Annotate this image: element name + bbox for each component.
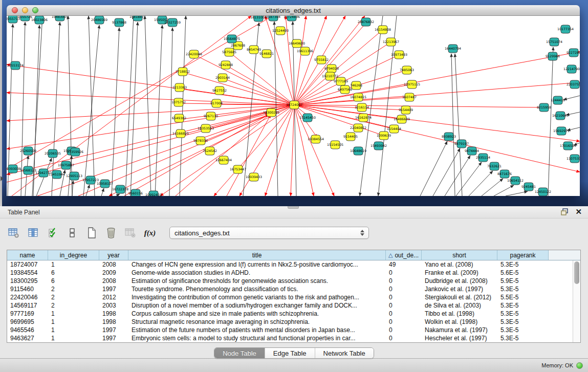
close-panel-icon[interactable]: ✕ — [575, 208, 582, 216]
graph-edge[interactable] — [227, 66, 294, 105]
panel-collapse-arrow-icon[interactable] — [1, 176, 4, 181]
graph-edge[interactable] — [456, 162, 482, 196]
graph-edge[interactable] — [294, 105, 544, 107]
graph-node[interactable]: 15692971 — [553, 127, 570, 135]
graph-node[interactable]: 1607487 — [402, 93, 417, 101]
graph-node[interactable]: 8938923 — [442, 133, 456, 141]
column-header-short[interactable]: short — [422, 250, 497, 260]
graph-edge[interactable] — [214, 105, 294, 196]
graph-node[interactable]: 12905113 — [66, 172, 82, 180]
graph-edge[interactable] — [548, 47, 553, 196]
select-rows-icon[interactable] — [47, 226, 59, 239]
graph-node[interactable]: 2903144 — [215, 74, 230, 82]
graph-node[interactable]: 2718812 — [176, 68, 190, 76]
graph-node[interactable]: 17016504 — [560, 142, 576, 150]
graph-node[interactable]: 15154505 — [327, 141, 343, 149]
graph-node[interactable]: 19611396 — [297, 47, 313, 55]
graph-edge[interactable] — [224, 79, 294, 105]
graph-edge[interactable] — [455, 54, 462, 196]
graph-node[interactable]: 20876832 — [358, 18, 374, 26]
show-column-icon[interactable] — [27, 226, 39, 239]
tab-edge-table[interactable]: Edge Table — [265, 348, 315, 358]
network-view-window[interactable]: citations_edges.txt 18724007183002951938… — [7, 5, 580, 196]
split-pane-handle[interactable] — [288, 206, 299, 209]
table-row[interactable]: 2242004622012Investigating the contribut… — [7, 293, 580, 301]
table-row[interactable]: 1938455462009Genome-wide association stu… — [7, 269, 580, 277]
table-row[interactable]: 969969511998Structural magnetic resonanc… — [7, 318, 580, 326]
graph-node[interactable]: 19384554 — [308, 135, 324, 143]
graph-edge[interactable] — [291, 105, 294, 196]
graph-edge[interactable] — [420, 141, 447, 196]
column-header-title[interactable]: title — [128, 250, 386, 260]
graph-node[interactable]: 6549382 — [172, 114, 186, 122]
column-header-in_degree[interactable]: in_degree — [48, 250, 99, 260]
graph-node[interactable]: 15751074 — [546, 38, 562, 46]
scrollbar-thumb[interactable] — [574, 261, 579, 284]
graph-node[interactable]: 9137868 — [112, 18, 126, 27]
graph-node[interactable]: 1099639 — [377, 132, 391, 140]
table-row[interactable]: 946362711997Embryonic stem cells: a mode… — [7, 334, 580, 342]
graph-node[interactable]: 9154405 — [343, 133, 358, 141]
table-row[interactable]: 1872400712008Changes of HCN gene express… — [7, 260, 580, 269]
graph-node[interactable]: 16486609 — [394, 115, 410, 123]
tab-node-table[interactable]: Node Table — [214, 348, 265, 358]
graph-node[interactable]: 9154409 — [399, 106, 413, 114]
graph-edge[interactable] — [83, 25, 99, 196]
graph-node[interactable]: 16210643 — [552, 112, 569, 120]
graph-edge[interactable] — [101, 188, 104, 196]
graph-node[interactable]: 20553174 — [7, 61, 24, 70]
graph-node[interactable]: 8471676 — [497, 170, 512, 178]
graph-node[interactable]: 9755812 — [314, 56, 329, 64]
table-row[interactable]: 1830029562008Estimation of significance … — [7, 277, 580, 285]
graph-edge[interactable] — [72, 181, 73, 196]
graph-node[interactable]: 7485063 — [400, 66, 414, 74]
graph-node[interactable]: 12214790 — [563, 65, 580, 73]
graph-node[interactable]: 2213383 — [172, 83, 187, 92]
graph-node[interactable]: 746266 — [350, 81, 362, 90]
graph-node[interactable]: 16023806 — [31, 16, 48, 24]
graph-edge[interactable] — [294, 82, 580, 105]
tab-network-table[interactable]: Network Table — [315, 348, 374, 358]
graph-node[interactable]: 1154404 — [387, 125, 401, 133]
graph-node[interactable]: 917004 — [210, 99, 223, 107]
graph-node[interactable]: 20206535 — [45, 149, 61, 158]
graph-edge[interactable] — [445, 156, 470, 196]
graph-edge[interactable] — [145, 16, 151, 196]
graph-node[interactable]: 8187304 — [266, 16, 280, 21]
graph-edge[interactable] — [7, 105, 294, 174]
graph-edge[interactable] — [294, 16, 306, 105]
graph-edge[interactable] — [130, 22, 138, 196]
graph-node[interactable]: 8215958 — [537, 103, 551, 112]
graph-node[interactable]: 10958107 — [97, 180, 113, 188]
graph-node[interactable]: 12667434 — [215, 156, 232, 164]
graph-node[interactable]: 16818871 — [129, 16, 146, 21]
table-row[interactable]: 977716911998Corpus callosum shape and si… — [7, 310, 580, 318]
function-builder-icon[interactable]: f(x) — [144, 226, 156, 239]
graph-edge[interactable] — [294, 16, 365, 105]
graph-node[interactable]: 12450122 — [535, 188, 551, 196]
graph-node[interactable]: 9474444 — [465, 147, 479, 155]
graph-node[interactable]: 9267130 — [204, 112, 218, 120]
graph-edge[interactable] — [494, 185, 514, 196]
graph-edge[interactable] — [433, 148, 460, 196]
graph-edge[interactable] — [294, 23, 366, 105]
graph-node[interactable]: 5878334 — [193, 137, 208, 145]
graph-node[interactable]: 9129966 — [546, 52, 560, 60]
graph-node[interactable]: 6879197 — [454, 140, 469, 148]
graph-edge[interactable] — [116, 194, 120, 196]
graph-node[interactable]: 1075752 — [171, 98, 186, 106]
graph-edge[interactable] — [506, 191, 528, 196]
graph-edge[interactable] — [89, 16, 95, 196]
graph-node[interactable]: 22037553 — [567, 80, 580, 89]
graph-node[interactable]: 16440794 — [445, 45, 461, 53]
graph-edge[interactable] — [207, 105, 294, 129]
column-header-name[interactable]: name — [7, 250, 48, 260]
graph-node[interactable]: 12975115 — [404, 80, 420, 89]
table-row[interactable]: 1456911722003Disruption of a novel membe… — [7, 301, 580, 310]
new-document-icon[interactable] — [85, 226, 98, 239]
graph-node[interactable]: 15493942 — [371, 142, 387, 150]
modify-table-icon[interactable] — [8, 226, 20, 239]
graph-node[interactable]: 8454749 — [247, 46, 261, 54]
graph-node[interactable]: 22420046 — [186, 50, 202, 58]
graph-node[interactable]: 2935114 — [476, 154, 490, 162]
